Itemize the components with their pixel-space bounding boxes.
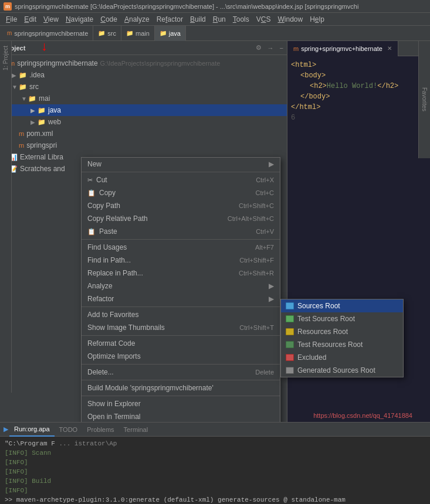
test-resources-icon [286, 341, 294, 348]
menu-help[interactable]: Help [306, 14, 328, 25]
bottom-terminal-label: Terminal [124, 426, 148, 433]
submenu-test-resources-root[interactable]: Test Resources Root [281, 338, 403, 351]
toolbar-arrow-icon[interactable]: → [268, 45, 274, 52]
bottom-tab-problems[interactable]: Problems [82, 423, 118, 437]
submenu-excluded-label: Excluded [297, 353, 326, 362]
breadcrumb-project-label: springspringmvchibernate [14, 30, 88, 37]
menu-vcs[interactable]: VCS [253, 14, 275, 25]
tree-java-label: java [48, 106, 61, 114]
tree-root[interactable]: ▼ m springspringmvchibernate G:\IdeaProj… [0, 57, 287, 69]
ctx-refactor[interactable]: Refactor ▶ [82, 292, 280, 305]
tree-idea[interactable]: ▶ 📁 .idea [0, 69, 287, 81]
menu-view[interactable]: View [40, 14, 62, 25]
tree-web[interactable]: ▶ 📁 web [0, 116, 287, 128]
ctx-find-usages[interactable]: Find Usages Alt+F7 [82, 241, 280, 254]
bottom-tab-todo[interactable]: TODO [55, 423, 83, 437]
editor-tab-spring[interactable]: m spring+springmvc+hibernate ✕ [287, 41, 398, 56]
tree-mai[interactable]: ▼ 📁 mai [0, 93, 287, 104]
tree-pom-label: pom.xml [26, 130, 53, 138]
console-line-1: [INFO] Scann [5, 448, 425, 458]
ctx-optimize[interactable]: Optimize Imports [82, 350, 280, 363]
project-icon: m [7, 30, 12, 36]
ctx-buildmod-label: Build Module 'springspringmvchibernate' [87, 384, 214, 392]
code-line-5: </html> [291, 102, 426, 113]
ctx-showexplorer-label: Show in Explorer [87, 400, 141, 408]
main-folder-icon: 📁 [126, 30, 133, 36]
menu-file[interactable]: File [2, 14, 21, 25]
idea-folder-icon: 📁 [19, 71, 27, 79]
ctx-copy-label: Copy [99, 189, 116, 197]
menu-code[interactable]: Code [97, 14, 121, 25]
breadcrumb-main[interactable]: 📁 main [121, 26, 155, 41]
context-menu: New ▶ ✂Cut Ctrl+X 📋Copy Ctrl+C Copy Path… [81, 157, 280, 422]
ctx-new[interactable]: New ▶ [82, 158, 280, 171]
toolbar-minus-icon[interactable]: − [280, 45, 283, 52]
tree-idea-label: .idea [29, 71, 45, 79]
ctx-sep-3 [82, 307, 280, 307]
submenu-resources-root[interactable]: Resources Root [281, 325, 403, 338]
menu-refactor[interactable]: Refactor [153, 14, 187, 25]
menu-analyze[interactable]: Analyze [121, 14, 153, 25]
bottom-tab-run[interactable]: Run: org.apa [9, 423, 55, 437]
tree-java[interactable]: ▶ 📁 java ↓ [0, 104, 287, 116]
tree-web-label: web [48, 118, 61, 126]
ctx-cut-label: Cut [96, 176, 107, 184]
tree-springspri[interactable]: ▶ m springspri [0, 139, 287, 151]
ctx-copy[interactable]: 📋Copy Ctrl+C [82, 186, 280, 199]
ctx-find-in-path[interactable]: Find in Path... Ctrl+Shift+F [82, 254, 280, 267]
submenu-mark-directory: Sources Root Test Sources Root Resources… [280, 299, 404, 377]
breadcrumb-java[interactable]: 📁 java [155, 26, 186, 41]
menu-tools[interactable]: Tools [229, 14, 253, 25]
submenu-sources-root[interactable]: Sources Root [281, 299, 403, 312]
submenu-generated-sources[interactable]: Generated Sources Root [281, 364, 403, 377]
breadcrumb-bar: m springspringmvchibernate 📁 src 📁 main … [0, 26, 430, 41]
breadcrumb-project[interactable]: m springspringmvchibernate [2, 26, 93, 41]
ctx-cut-shortcut: Ctrl+X [256, 176, 274, 183]
ctx-copy-path[interactable]: Copy Path Ctrl+Shift+C [82, 199, 280, 212]
ctx-build-module[interactable]: Build Module 'springspringmvchibernate' [82, 382, 280, 394]
ctx-analyze[interactable]: Analyze ▶ [82, 280, 280, 292]
tree-arrow-web: ▶ [31, 119, 38, 125]
menu-navigate[interactable]: Navigate [62, 14, 97, 25]
ctx-openterminal-label: Open in Terminal [87, 413, 141, 421]
bottom-tab-terminal[interactable]: Terminal [119, 423, 153, 437]
ctx-copy-relative[interactable]: Copy Relative Path Ctrl+Alt+Shift+C [82, 212, 280, 225]
menu-build[interactable]: Build [187, 14, 209, 25]
ctx-show-explorer[interactable]: Show in Explorer [82, 397, 280, 410]
editor-close-icon[interactable]: ✕ [387, 45, 392, 52]
ctx-paste-label: Paste [99, 227, 117, 236]
console-line-2: [INFO] [5, 458, 425, 467]
ctx-show-thumbnails[interactable]: Show Image Thumbnails Ctrl+Shift+T [82, 321, 280, 334]
ctx-reformat[interactable]: Reformat Code [82, 337, 280, 350]
menu-window[interactable]: Window [274, 14, 306, 25]
menu-edit[interactable]: Edit [21, 14, 40, 25]
code-line-4: </body> [291, 91, 426, 102]
console-line-6: >> maven-archetype-plugin:3.1.0:generate… [5, 495, 425, 504]
editor-tab-label: spring+springmvc+hibernate [301, 45, 382, 52]
bottom-problems-label: Problems [87, 426, 114, 433]
strip-project-label[interactable]: 1: Project [1, 43, 10, 73]
ctx-add-favorites[interactable]: Add to Favorites [82, 308, 280, 321]
ctx-replace-in-path[interactable]: Replace in Path... Ctrl+Shift+R [82, 267, 280, 280]
editor-tab-bar: m spring+springmvc+hibernate ✕ ⚙ [287, 41, 430, 56]
tree-src[interactable]: ▼ 📁 src [0, 81, 287, 93]
sources-root-icon [286, 302, 294, 309]
bottom-run-label: Run: [14, 425, 28, 433]
submenu-test-sources-root[interactable]: Test Sources Root [281, 312, 403, 325]
ctx-replaceinpath-label: Replace in Path... [87, 269, 143, 277]
toolbar-settings-icon[interactable]: ⚙ [256, 44, 262, 52]
left-strip: 1: Project [0, 41, 12, 393]
favorites-strip-label[interactable]: Favorites [420, 85, 429, 114]
ctx-cut[interactable]: ✂Cut Ctrl+X [82, 173, 280, 186]
ctx-delete-label: Delete... [87, 368, 114, 376]
tree-arrow-src: ▼ [12, 84, 19, 90]
ctx-delete[interactable]: Delete... Delete [82, 366, 280, 379]
ctx-paste[interactable]: 📋Paste Ctrl+V [82, 225, 280, 238]
ctx-open-terminal[interactable]: Open in Terminal [82, 410, 280, 422]
breadcrumb-src[interactable]: 📁 src [93, 26, 121, 41]
menu-run[interactable]: Run [209, 14, 229, 25]
bottom-tab-bar: ▶ Run: org.apa TODO Problems Terminal [0, 423, 430, 437]
tree-pom[interactable]: ▶ m pom.xml [0, 128, 287, 139]
project-panel: Project ⚙ → − ▼ m springspringmvchiberna… [0, 41, 287, 422]
submenu-excluded[interactable]: Excluded [281, 351, 403, 364]
